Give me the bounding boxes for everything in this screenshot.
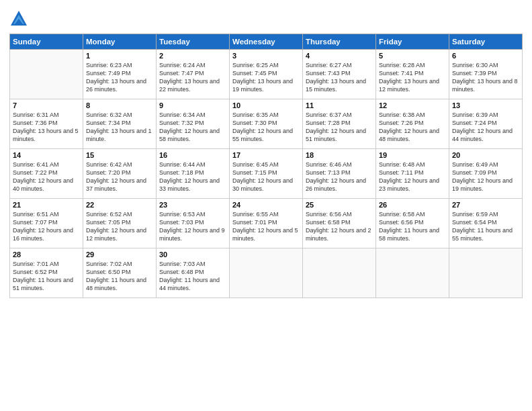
calendar-body: 1Sunrise: 6:23 AM Sunset: 7:49 PM Daylig… — [10, 50, 523, 298]
day-info: Sunrise: 6:58 AM Sunset: 6:56 PM Dayligh… — [379, 210, 446, 243]
day-number: 23 — [159, 201, 226, 209]
header-cell-friday: Friday — [376, 34, 449, 50]
header-cell-saturday: Saturday — [449, 34, 523, 50]
day-number: 28 — [13, 250, 80, 259]
week-row-3: 21Sunrise: 6:51 AM Sunset: 7:07 PM Dayli… — [10, 199, 523, 248]
day-cell: 21Sunrise: 6:51 AM Sunset: 7:07 PM Dayli… — [10, 199, 83, 248]
day-info: Sunrise: 6:53 AM Sunset: 7:03 PM Dayligh… — [159, 210, 226, 243]
day-info: Sunrise: 6:37 AM Sunset: 7:28 PM Dayligh… — [306, 111, 373, 144]
day-cell: 28Sunrise: 7:01 AM Sunset: 6:52 PM Dayli… — [10, 248, 83, 298]
day-info: Sunrise: 6:34 AM Sunset: 7:32 PM Dayligh… — [159, 111, 226, 144]
day-info: Sunrise: 6:28 AM Sunset: 7:41 PM Dayligh… — [379, 61, 446, 94]
day-cell: 20Sunrise: 6:49 AM Sunset: 7:09 PM Dayli… — [449, 149, 523, 199]
day-cell: 1Sunrise: 6:23 AM Sunset: 7:49 PM Daylig… — [83, 50, 157, 99]
day-cell: 3Sunrise: 6:25 AM Sunset: 7:45 PM Daylig… — [230, 50, 303, 99]
day-cell — [376, 248, 449, 298]
day-number: 26 — [379, 201, 446, 209]
calendar-header: SundayMondayTuesdayWednesdayThursdayFrid… — [10, 34, 523, 50]
day-cell: 27Sunrise: 6:59 AM Sunset: 6:54 PM Dayli… — [449, 199, 523, 248]
page: SundayMondayTuesdayWednesdayThursdayFrid… — [0, 0, 532, 411]
day-cell — [303, 248, 376, 298]
header-cell-thursday: Thursday — [303, 34, 376, 50]
day-number: 24 — [232, 201, 300, 209]
day-cell: 4Sunrise: 6:27 AM Sunset: 7:43 PM Daylig… — [303, 50, 376, 99]
day-number: 15 — [86, 151, 153, 159]
day-info: Sunrise: 6:31 AM Sunset: 7:36 PM Dayligh… — [13, 111, 80, 144]
day-info: Sunrise: 6:46 AM Sunset: 7:13 PM Dayligh… — [306, 161, 373, 193]
day-info: Sunrise: 6:35 AM Sunset: 7:30 PM Dayligh… — [232, 111, 300, 144]
header-row: SundayMondayTuesdayWednesdayThursdayFrid… — [10, 34, 523, 50]
day-info: Sunrise: 6:23 AM Sunset: 7:49 PM Dayligh… — [86, 61, 153, 94]
day-number: 30 — [159, 250, 226, 259]
day-number: 6 — [452, 52, 519, 60]
day-info: Sunrise: 6:41 AM Sunset: 7:22 PM Dayligh… — [13, 161, 80, 193]
day-number: 29 — [86, 250, 153, 259]
day-number: 9 — [159, 101, 226, 109]
day-info: Sunrise: 7:01 AM Sunset: 6:52 PM Dayligh… — [13, 260, 80, 293]
day-number: 16 — [159, 151, 226, 159]
day-info: Sunrise: 6:24 AM Sunset: 7:47 PM Dayligh… — [159, 61, 226, 94]
day-info: Sunrise: 6:48 AM Sunset: 7:11 PM Dayligh… — [379, 161, 446, 193]
day-info: Sunrise: 6:39 AM Sunset: 7:24 PM Dayligh… — [452, 111, 519, 144]
header-cell-sunday: Sunday — [10, 34, 83, 50]
week-row-2: 14Sunrise: 6:41 AM Sunset: 7:22 PM Dayli… — [10, 149, 523, 199]
day-cell: 12Sunrise: 6:38 AM Sunset: 7:26 PM Dayli… — [376, 99, 449, 149]
day-number: 25 — [306, 201, 373, 209]
day-number: 1 — [86, 52, 153, 60]
day-cell: 8Sunrise: 6:32 AM Sunset: 7:34 PM Daylig… — [83, 99, 157, 149]
day-info: Sunrise: 6:32 AM Sunset: 7:34 PM Dayligh… — [86, 111, 153, 144]
day-info: Sunrise: 6:44 AM Sunset: 7:18 PM Dayligh… — [159, 161, 226, 193]
day-cell — [230, 248, 303, 298]
header-cell-wednesday: Wednesday — [230, 34, 303, 50]
day-info: Sunrise: 6:56 AM Sunset: 6:58 PM Dayligh… — [306, 210, 373, 243]
week-row-4: 28Sunrise: 7:01 AM Sunset: 6:52 PM Dayli… — [10, 248, 523, 298]
day-cell: 5Sunrise: 6:28 AM Sunset: 7:41 PM Daylig… — [376, 50, 449, 99]
day-cell: 9Sunrise: 6:34 AM Sunset: 7:32 PM Daylig… — [157, 99, 230, 149]
day-number: 5 — [379, 52, 446, 60]
day-cell: 26Sunrise: 6:58 AM Sunset: 6:56 PM Dayli… — [376, 199, 449, 248]
day-cell: 25Sunrise: 6:56 AM Sunset: 6:58 PM Dayli… — [303, 199, 376, 248]
header-cell-tuesday: Tuesday — [157, 34, 230, 50]
day-number: 3 — [232, 52, 300, 60]
day-number: 27 — [452, 201, 519, 209]
day-info: Sunrise: 6:27 AM Sunset: 7:43 PM Dayligh… — [306, 61, 373, 94]
day-info: Sunrise: 6:49 AM Sunset: 7:09 PM Dayligh… — [452, 161, 519, 193]
day-info: Sunrise: 7:03 AM Sunset: 6:48 PM Dayligh… — [159, 260, 226, 293]
day-number: 2 — [159, 52, 226, 60]
day-info: Sunrise: 7:02 AM Sunset: 6:50 PM Dayligh… — [86, 260, 153, 293]
week-row-1: 7Sunrise: 6:31 AM Sunset: 7:36 PM Daylig… — [10, 99, 523, 149]
day-number: 12 — [379, 101, 446, 109]
day-number: 20 — [452, 151, 519, 159]
day-cell: 10Sunrise: 6:35 AM Sunset: 7:30 PM Dayli… — [230, 99, 303, 149]
logo-icon — [9, 9, 28, 28]
day-cell: 13Sunrise: 6:39 AM Sunset: 7:24 PM Dayli… — [449, 99, 523, 149]
day-number: 4 — [306, 52, 373, 60]
day-number: 14 — [13, 151, 80, 159]
day-info: Sunrise: 6:42 AM Sunset: 7:20 PM Dayligh… — [86, 161, 153, 193]
day-cell — [449, 248, 523, 298]
day-number: 17 — [232, 151, 300, 159]
day-cell: 14Sunrise: 6:41 AM Sunset: 7:22 PM Dayli… — [10, 149, 83, 199]
day-info: Sunrise: 6:30 AM Sunset: 7:39 PM Dayligh… — [452, 61, 519, 94]
day-number: 11 — [306, 101, 373, 109]
day-cell: 6Sunrise: 6:30 AM Sunset: 7:39 PM Daylig… — [449, 50, 523, 99]
day-number: 21 — [13, 201, 80, 209]
header — [9, 7, 523, 28]
header-cell-monday: Monday — [83, 34, 157, 50]
day-number: 8 — [86, 101, 153, 109]
day-cell: 29Sunrise: 7:02 AM Sunset: 6:50 PM Dayli… — [83, 248, 157, 298]
day-cell: 11Sunrise: 6:37 AM Sunset: 7:28 PM Dayli… — [303, 99, 376, 149]
day-cell: 7Sunrise: 6:31 AM Sunset: 7:36 PM Daylig… — [10, 99, 83, 149]
day-cell: 19Sunrise: 6:48 AM Sunset: 7:11 PM Dayli… — [376, 149, 449, 199]
day-info: Sunrise: 6:51 AM Sunset: 7:07 PM Dayligh… — [13, 210, 80, 243]
day-info: Sunrise: 6:52 AM Sunset: 7:05 PM Dayligh… — [86, 210, 153, 243]
day-cell: 22Sunrise: 6:52 AM Sunset: 7:05 PM Dayli… — [83, 199, 157, 248]
day-number: 22 — [86, 201, 153, 209]
day-info: Sunrise: 6:45 AM Sunset: 7:15 PM Dayligh… — [232, 161, 300, 193]
day-cell: 17Sunrise: 6:45 AM Sunset: 7:15 PM Dayli… — [230, 149, 303, 199]
day-number: 10 — [232, 101, 300, 109]
day-number: 7 — [13, 101, 80, 109]
day-number: 13 — [452, 101, 519, 109]
week-row-0: 1Sunrise: 6:23 AM Sunset: 7:49 PM Daylig… — [10, 50, 523, 99]
calendar-table: SundayMondayTuesdayWednesdayThursdayFrid… — [9, 34, 523, 298]
